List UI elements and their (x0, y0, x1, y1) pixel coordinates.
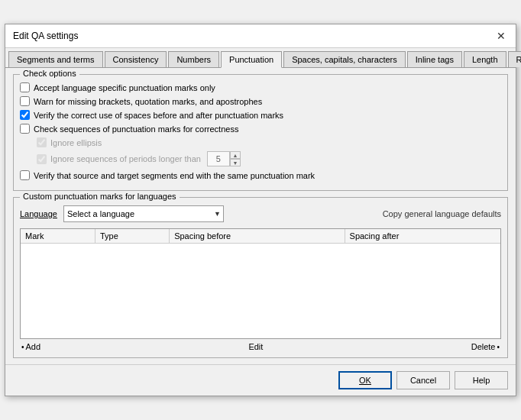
warn-brackets-checkbox[interactable] (20, 96, 30, 106)
col-spacing-after: Spacing after (345, 229, 500, 244)
checkbox-row-check-sequences: Check sequences of punctuation marks for… (20, 124, 501, 134)
tab-segments-terms[interactable]: Segments and terms (8, 51, 103, 67)
language-label: Language (20, 209, 57, 218)
checkbox-row-warn-brackets: Warn for missing brackets, quotation mar… (20, 96, 501, 106)
close-button[interactable]: ✕ (494, 29, 508, 43)
language-row: Language Select a language ▼ Copy genera… (20, 205, 501, 222)
punctuation-table: Mark Type Spacing before Spacing after (21, 229, 500, 244)
tab-spaces-capitals[interactable]: Spaces, capitals, characters (283, 51, 406, 67)
checkbox-row-verify-same-end: Verify that source and target segments e… (20, 170, 501, 180)
check-options-title: Check options (20, 69, 79, 78)
verify-spaces-checkbox[interactable] (20, 110, 30, 120)
bottom-buttons: OK Cancel Help (5, 364, 516, 396)
dialog-title: Edit QA settings (13, 31, 78, 41)
ok-label: OK (359, 376, 371, 385)
copy-defaults-link[interactable]: Copy general language defaults (383, 209, 501, 218)
tab-punctuation[interactable]: Punctuation (221, 51, 282, 68)
tab-regex[interactable]: Regex (508, 51, 521, 67)
table-header: Mark Type Spacing before Spacing after (21, 229, 500, 244)
checkbox-row-ignore-periods: Ignore sequences of periods longer than … (37, 151, 501, 166)
periods-value-wrap: ▲ ▼ (207, 151, 241, 166)
tab-numbers[interactable]: Numbers (168, 51, 219, 67)
col-type: Type (95, 229, 169, 244)
accept-lang-checkbox[interactable] (20, 82, 30, 92)
title-bar: Edit QA settings ✕ (5, 24, 516, 48)
delete-action[interactable]: Delete • (471, 342, 501, 351)
tab-consistency[interactable]: Consistency (105, 51, 167, 67)
ignore-ellipsis-checkbox[interactable] (37, 137, 47, 147)
custom-punctuation-group: Custom punctuation marks for languages L… (13, 197, 508, 358)
add-label[interactable]: Add (26, 342, 41, 351)
verify-same-end-checkbox[interactable] (20, 170, 30, 180)
ignore-ellipsis-label: Ignore ellipsis (50, 138, 102, 147)
checkbox-row-accept-lang: Accept language specific punctuation mar… (20, 82, 501, 92)
custom-punctuation-title: Custom punctuation marks for languages (20, 192, 180, 201)
language-select[interactable]: Select a language (63, 205, 224, 222)
sub-checkboxes: Ignore ellipsis Ignore sequences of peri… (37, 137, 501, 166)
language-dropdown-wrapper: Select a language ▼ (63, 205, 224, 222)
tab-inline-tags[interactable]: Inline tags (407, 51, 462, 67)
periods-value-input[interactable] (207, 151, 230, 166)
checkbox-row-verify-spaces: Verify the correct use of spaces before … (20, 110, 501, 120)
ok-button[interactable]: OK (338, 371, 392, 389)
accept-lang-label: Accept language specific punctuation mar… (34, 83, 215, 92)
main-content: Check options Accept language specific p… (5, 68, 516, 364)
check-sequences-checkbox[interactable] (20, 124, 30, 134)
ignore-periods-label: Ignore sequences of periods longer than (50, 154, 201, 163)
punctuation-table-wrap: Mark Type Spacing before Spacing after (20, 228, 501, 339)
add-bullet: • (21, 343, 24, 351)
col-mark: Mark (21, 229, 95, 244)
spin-up-button[interactable]: ▲ (230, 151, 241, 159)
cancel-button[interactable]: Cancel (396, 371, 450, 389)
col-spacing-before: Spacing before (170, 229, 345, 244)
delete-label[interactable]: Delete (471, 342, 496, 351)
spin-buttons: ▲ ▼ (230, 151, 241, 166)
edit-label[interactable]: Edit (248, 342, 263, 351)
spin-down-button[interactable]: ▼ (230, 159, 241, 166)
tab-bar: Segments and terms Consistency Numbers P… (5, 48, 516, 68)
table-actions: • Add Edit Delete • (20, 342, 501, 351)
edit-action[interactable]: Edit (248, 342, 263, 351)
check-sequences-label: Check sequences of punctuation marks for… (34, 124, 238, 134)
dialog: Edit QA settings ✕ Segments and terms Co… (5, 24, 516, 396)
tab-length[interactable]: Length (464, 51, 506, 67)
checkbox-row-ignore-ellipsis: Ignore ellipsis (37, 137, 501, 147)
ignore-periods-checkbox[interactable] (37, 154, 47, 164)
delete-bullet: • (497, 343, 500, 351)
help-button[interactable]: Help (455, 371, 508, 389)
verify-spaces-label: Verify the correct use of spaces before … (34, 111, 283, 120)
add-action[interactable]: • Add (20, 342, 40, 351)
check-options-group: Check options Accept language specific p… (13, 74, 508, 191)
verify-same-end-label: Verify that source and target segments e… (34, 171, 315, 180)
warn-brackets-label: Warn for missing brackets, quotation mar… (34, 97, 262, 106)
